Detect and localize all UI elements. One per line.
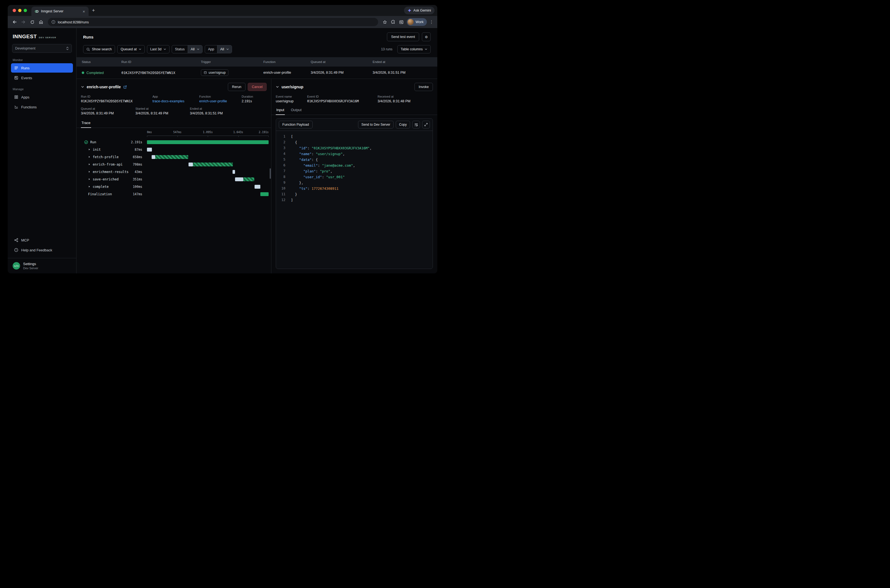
table-header: StatusRun IDTriggerFunctionQueued atEnde… (77, 57, 437, 66)
column-header: Queued at (311, 60, 373, 63)
code-lines: 1[2 {3 "id": "01KJXSYPSFHBXX03GRJFV3A16M… (276, 131, 433, 207)
function-payload-chip[interactable]: Function Payload (279, 121, 313, 128)
browser-tab[interactable]: Inngest Server × (32, 7, 89, 16)
detail-field: Received at3/4/2026, 8:31:48 PM (377, 95, 410, 103)
minimize-window-button[interactable] (18, 9, 21, 12)
code-content: "user_id": "usr_001" (291, 174, 345, 180)
table-columns-dropdown[interactable]: Table columns (397, 45, 431, 53)
url-bar[interactable]: localhost:8288/runs (48, 18, 378, 26)
site-info-icon[interactable] (51, 20, 55, 24)
app-filter-select[interactable]: All (217, 45, 232, 53)
time-range-dropdown[interactable]: Last 3d (147, 45, 170, 53)
close-window-button[interactable] (13, 9, 16, 12)
caret-right-icon[interactable] (88, 185, 90, 188)
cancel-button[interactable]: Cancel (248, 83, 267, 91)
trace-label: fetch-profile658ms (81, 155, 147, 159)
gear-icon[interactable]: ⚙ (422, 33, 431, 41)
tab-output[interactable]: Output (290, 106, 302, 115)
rerun-button[interactable]: Rerun (228, 83, 245, 91)
home-icon[interactable] (37, 18, 45, 26)
field-value: 3/4/2026, 8:31:49 PM (135, 111, 190, 115)
trace-row-fetch-profile[interactable]: fetch-profile658ms (81, 153, 269, 160)
external-link-icon[interactable] (123, 85, 127, 89)
sidebar-item-apps[interactable]: Apps (11, 92, 73, 102)
caret-right-icon[interactable] (88, 171, 90, 173)
trace-bar-segment (193, 162, 233, 166)
tab-trace[interactable]: Trace (81, 119, 91, 128)
show-search-button[interactable]: Show search (83, 45, 115, 53)
browser-tab-strip: Inngest Server × + Ask Gemini (8, 5, 437, 16)
browser-menu-icon[interactable]: ⋮ (428, 20, 434, 24)
bookmark-star-icon[interactable] (381, 18, 389, 26)
copy-button[interactable]: Copy (396, 121, 410, 128)
event-detail-header: user/signup Invoke (271, 79, 437, 94)
new-tab-button[interactable]: + (89, 6, 98, 15)
filter-bar: Show search Queued at Last 3d Status All (77, 44, 437, 57)
sidebar-settings[interactable]: </> Settings Dev Server (8, 258, 76, 273)
status-filter-select[interactable]: All (188, 45, 202, 53)
sidebar-item-runs[interactable]: Runs (11, 63, 73, 73)
caret-right-icon[interactable] (88, 156, 90, 158)
code-line: 7 "plan": "pro", (279, 168, 429, 174)
window-controls (11, 9, 29, 12)
time-range-label: Last 3d (150, 47, 162, 51)
line-number: 6 (279, 162, 286, 168)
table-row[interactable]: Completed01KJXSYPZYB6TH2DSDSYETWN1Xuser/… (77, 66, 437, 79)
maximize-window-button[interactable] (24, 9, 27, 12)
caret-right-icon[interactable] (88, 163, 90, 166)
tab-close-icon[interactable]: × (81, 9, 86, 14)
reload-icon[interactable] (28, 18, 36, 26)
wrap-text-icon[interactable] (412, 121, 420, 128)
sidebar-item-mcp[interactable]: MCP (11, 236, 73, 245)
queued-at-cell: 3/4/2026, 8:31:49 PM (311, 70, 373, 75)
trace-row-enrichment-results[interactable]: enrichment-results43ms (81, 168, 269, 176)
table-rows: Completed01KJXSYPZYB6TH2DSDSYETWN1Xuser/… (77, 66, 437, 79)
field-value[interactable]: enrich-user-profile (199, 99, 242, 103)
profile-chip[interactable]: Work (407, 18, 427, 26)
scrollbar-thumb[interactable] (270, 168, 271, 179)
trace-row-enrich-from-api[interactable]: enrich-from-api798ms (81, 160, 269, 168)
environment-select[interactable]: Development (12, 44, 72, 53)
code-line: 3 "id": "01KJXSYPSFHBXX03GRJFV3A16M", (279, 145, 429, 151)
extensions-icon[interactable] (389, 18, 397, 26)
trace-row-complete[interactable]: complete100ms (81, 183, 269, 190)
field-label: Event ID (307, 95, 377, 98)
trace-row-init[interactable]: init87ms (81, 146, 269, 153)
trace-label: enrich-from-api798ms (81, 162, 147, 166)
queued-at-dropdown[interactable]: Queued at (117, 45, 144, 53)
back-icon[interactable] (11, 18, 19, 26)
column-header: Trigger (201, 60, 263, 63)
side-panel-search-icon[interactable] (397, 18, 405, 26)
line-number: 11 (279, 191, 286, 197)
ask-gemini-button[interactable]: Ask Gemini (404, 7, 434, 14)
invoke-button[interactable]: Invoke (415, 83, 433, 91)
field-label: Event name (276, 95, 307, 98)
sidebar-item-functions[interactable]: Functions (11, 102, 73, 112)
tab-input[interactable]: Input (276, 106, 285, 115)
field-value[interactable]: trace-docs-examples (152, 99, 199, 103)
sidebar-footer: MCP?Help and Feedback (8, 235, 76, 258)
detail-field: Apptrace-docs-examples (152, 95, 199, 103)
trace-step-name: Run (90, 140, 96, 144)
expand-icon[interactable] (422, 121, 430, 128)
caret-right-icon[interactable] (88, 148, 90, 151)
send-test-event-button[interactable]: Send test event (387, 33, 419, 41)
trace-bar-segment (188, 162, 193, 166)
send-to-dev-server-button[interactable]: Send to Dev Server (358, 121, 394, 128)
collapse-chevron-icon[interactable] (276, 85, 279, 88)
line-number: 12 (279, 197, 286, 203)
code-content: ] (291, 197, 293, 203)
ruler-tick (238, 136, 239, 137)
trigger-badge[interactable]: user/signup (201, 69, 229, 76)
sidebar-item-help-and-feedback[interactable]: ?Help and Feedback (11, 245, 73, 255)
code-line: 6 "email": "jane@acme.com", (279, 162, 429, 168)
trace-row-finalization[interactable]: Finalization147ms (81, 190, 269, 198)
sidebar-item-events[interactable]: Events (11, 73, 73, 82)
forward-icon[interactable] (19, 18, 27, 26)
table-columns-label: Table columns (401, 47, 423, 51)
trace-row-save-enriched[interactable]: save-enriched351ms (81, 176, 269, 183)
line-number: 8 (279, 174, 286, 180)
collapse-chevron-icon[interactable] (81, 85, 84, 88)
caret-right-icon[interactable] (88, 178, 90, 180)
trace-row-run[interactable]: Run2.191s (81, 138, 269, 146)
